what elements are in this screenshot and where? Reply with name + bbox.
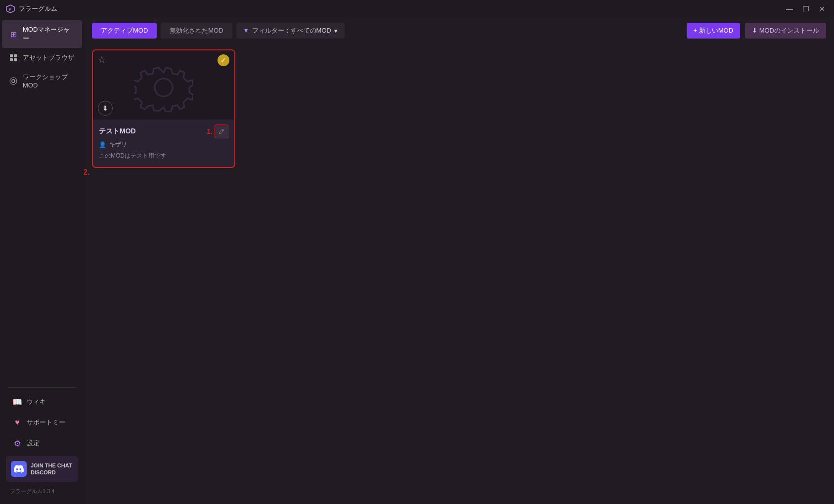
sidebar-item-workshop-mod[interactable]: ワークショップMOD <box>2 68 82 94</box>
annotation-step2: 2. <box>84 168 89 177</box>
mod-description: このMODはテスト用です <box>99 152 228 160</box>
main-layout: ⊞ MODマネージャー アセットブラウザ <box>0 18 834 504</box>
discord-line1: JOIN THE CHAT <box>31 462 72 469</box>
mod-actions-row: 1. <box>207 125 228 138</box>
top-bar: アクティブMOD 無効化されたMOD ▼ フィルター：すべてのMOD ▾ + 新… <box>84 18 834 43</box>
svg-point-8 <box>155 79 173 96</box>
tab-inactive-mod[interactable]: 無効化されたMOD <box>161 23 232 39</box>
edit-icon <box>219 128 224 134</box>
mod-star-icon[interactable]: ☆ <box>98 54 106 65</box>
sidebar-item-wiki[interactable]: 📖 ウィキ <box>6 392 78 411</box>
svg-rect-4 <box>10 58 13 61</box>
svg-point-6 <box>12 80 15 83</box>
window-controls: — ❐ ✕ <box>783 4 828 14</box>
sidebar-label-support: サポートミー <box>27 418 65 427</box>
support-icon: ♥ <box>13 418 22 427</box>
svg-text:P: P <box>9 7 11 12</box>
mod-card[interactable]: ☆ ✓ ⬇ テストMOD 1. <box>92 49 235 168</box>
svg-point-7 <box>10 78 17 84</box>
sidebar-item-asset-browser[interactable]: アセットブラウザ <box>2 48 82 67</box>
mod-title-row: テストMOD <box>99 127 136 136</box>
content-area: アクティブMOD 無効化されたMOD ▼ フィルター：すべてのMOD ▾ + 新… <box>84 18 834 504</box>
new-mod-button[interactable]: + 新しいMOD <box>687 23 741 39</box>
discord-icon <box>11 461 27 477</box>
mod-card-image: ☆ ✓ ⬇ <box>93 50 234 120</box>
mod-card-body: テストMOD 1. <box>93 120 234 167</box>
sidebar-item-settings[interactable]: ⚙ 設定 <box>6 434 78 453</box>
mod-grid: 2. ☆ ✓ ⬇ <box>84 43 834 504</box>
title-bar: P フラーグルム — ❐ ✕ <box>0 0 834 18</box>
wiki-icon: 📖 <box>13 397 22 406</box>
sidebar-label-asset-browser: アセットブラウザ <box>23 53 74 62</box>
discord-text: JOIN THE CHAT DISCORD <box>31 462 72 476</box>
svg-rect-2 <box>10 54 13 57</box>
workshop-icon <box>9 77 18 85</box>
author-icon: 👤 <box>99 141 106 148</box>
mod-enabled-badge: ✓ <box>218 54 229 66</box>
app-version: フラーグルム1.3.4 <box>4 485 80 498</box>
sidebar-item-support[interactable]: ♥ サポートミー <box>6 413 78 432</box>
app-icon: P <box>6 4 15 13</box>
sidebar-label-workshop: ワークショップMOD <box>23 73 75 89</box>
mod-manager-icon: ⊞ <box>9 30 18 39</box>
mod-download-button[interactable]: ⬇ <box>98 101 113 116</box>
minimize-button[interactable]: — <box>783 4 796 14</box>
discord-line2: DISCORD <box>31 469 72 476</box>
top-bar-left: アクティブMOD 無効化されたMOD ▼ フィルター：すべてのMOD ▾ <box>92 23 345 39</box>
filter-button[interactable]: ▼ フィルター：すべてのMOD ▾ <box>236 23 345 39</box>
filter-icon: ▼ <box>243 27 249 34</box>
sidebar-label-mod-manager: MODマネージャー <box>23 25 75 43</box>
sidebar-item-mod-manager[interactable]: ⊞ MODマネージャー <box>2 20 82 48</box>
mod-edit-button[interactable] <box>215 125 228 138</box>
annotation-step1: 1. <box>207 127 213 135</box>
sidebar-label-settings: 設定 <box>27 439 40 448</box>
filter-label: フィルター：すべてのMOD <box>252 26 331 35</box>
sidebar-divider <box>8 387 76 388</box>
title-bar-left: P フラーグルム <box>6 4 57 13</box>
mod-author: 👤 キザリ <box>99 140 228 149</box>
discord-banner[interactable]: JOIN THE CHAT DISCORD <box>6 456 78 482</box>
filter-chevron-icon: ▾ <box>334 27 338 35</box>
sidebar-top: ⊞ MODマネージャー アセットブラウザ <box>0 20 84 378</box>
app-title: フラーグルム <box>19 4 57 13</box>
mod-card-wrapper: 2. ☆ ✓ ⬇ <box>92 49 235 168</box>
sidebar: ⊞ MODマネージャー アセットブラウザ <box>0 18 84 504</box>
mod-card-header: テストMOD 1. <box>99 125 228 138</box>
restore-button[interactable]: ❐ <box>800 4 812 14</box>
top-bar-right: + 新しいMOD ⬇ MODのインストール <box>687 23 827 39</box>
asset-browser-icon <box>9 53 18 62</box>
tab-active-mod[interactable]: アクティブMOD <box>92 23 157 39</box>
svg-line-9 <box>222 130 223 131</box>
svg-rect-3 <box>14 54 17 57</box>
author-name: キザリ <box>109 140 127 149</box>
sidebar-label-wiki: ウィキ <box>27 397 46 406</box>
mod-gear-bg <box>134 58 193 112</box>
settings-icon: ⚙ <box>13 439 22 448</box>
svg-rect-5 <box>14 58 17 61</box>
install-mod-button[interactable]: ⬇ MODのインストール <box>745 23 826 39</box>
close-button[interactable]: ✕ <box>816 4 828 14</box>
mod-title: テストMOD <box>99 127 136 136</box>
sidebar-bottom: 📖 ウィキ ♥ サポートミー ⚙ 設定 JOIN THE CHAT <box>0 378 84 504</box>
